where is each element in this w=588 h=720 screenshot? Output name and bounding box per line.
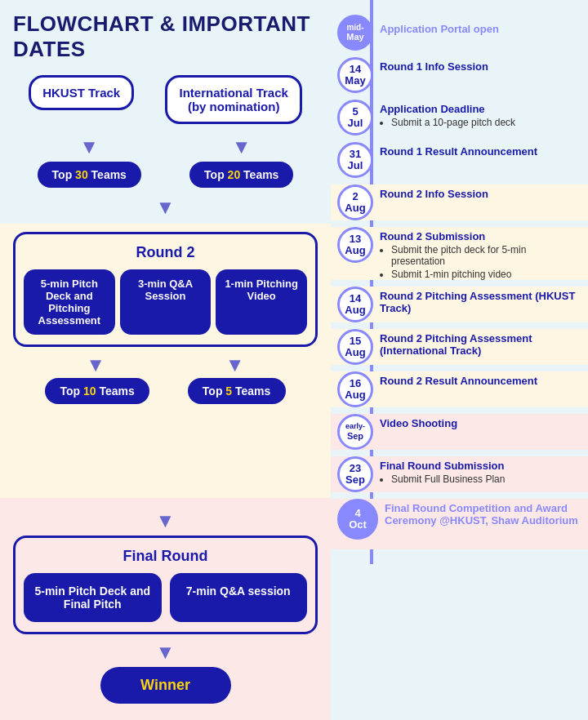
final-item-2: 7-min Q&A session: [170, 573, 308, 622]
timeline-content-5jul: Application Deadline Submit a 10-page pi…: [380, 100, 581, 128]
final-round-event-title: Final Round Competition and Award Ceremo…: [385, 502, 581, 527]
timeline-circle-2aug: 2 Aug: [337, 184, 373, 220]
round2-title: Round 2: [24, 244, 307, 261]
final-merge-arrow: ▼: [13, 506, 318, 536]
timeline-circle-4oct: 4 Oct: [337, 499, 378, 540]
arrow-top10: ▼: [86, 353, 105, 376]
timeline-circle-31jul: 31 Jul: [337, 142, 373, 178]
portal-open-label: Application Portal open: [380, 18, 581, 35]
top30-highlight: 30: [75, 168, 88, 181]
top10-teams-btn: Top 10 Teams: [45, 378, 149, 404]
round2-item-3: 1-min Pitching Video: [216, 269, 307, 335]
timeline-item-early-sep: early- Sep Video Shooting: [331, 414, 588, 450]
top20-highlight: 20: [228, 168, 241, 181]
timeline-container: mid- May Application Portal open 14 May …: [331, 0, 588, 564]
top20-teams-btn: Top 20 Teams: [189, 162, 293, 188]
round1-tracks-area: HKUST Track International Track(by nomin…: [0, 70, 331, 132]
timeline-content-early-sep: Video Shooting: [380, 414, 581, 429]
arrow-top5: ▼: [225, 353, 245, 376]
timeline-circle-5jul: 5 Jul: [337, 100, 373, 136]
round2-items: 5-min Pitch Deck and Pitching Assessment…: [24, 269, 307, 335]
timeline-item-15aug: 15 Aug Round 2 Pitching Assessment (Inte…: [331, 329, 588, 365]
timeline-item-2aug: 2 Aug Round 2 Info Session: [331, 184, 588, 220]
timeline-content-23sep: Final Round Submission Submit Full Busin…: [380, 456, 581, 485]
round2-item-1: 5-min Pitch Deck and Pitching Assessment: [24, 269, 115, 335]
top30-teams-btn: Top 30 Teams: [38, 162, 141, 188]
winner-arrow: ▼: [13, 634, 318, 667]
timeline-item-14may: 14 May Round 1 Info Session: [331, 57, 588, 93]
timeline-content-14may: Round 1 Info Session: [380, 57, 581, 73]
round2-arrows: ▼ ▼: [13, 347, 318, 376]
timeline-circle-14aug: 14 Aug: [337, 287, 373, 322]
top5-teams-btn: Top 5 Teams: [188, 378, 286, 404]
page-title: FLOWCHART & IMPORTANT DATES: [13, 11, 318, 62]
timeline-item-23sep: 23 Sep Final Round Submission Submit Ful…: [331, 456, 588, 492]
timeline-item-31jul: 31 Jul Round 1 Result Announcement: [331, 142, 588, 178]
timeline-content-13aug: Round 2 Submission Submit the pitch deck…: [380, 227, 581, 280]
timeline-circle-15aug: 15 Aug: [337, 329, 373, 365]
title-bar: FLOWCHART & IMPORTANT DATES: [0, 0, 331, 70]
timeline-circle-13aug: 13 Aug: [337, 227, 373, 263]
timeline-circle-14may: 14 May: [337, 57, 373, 93]
final-section: ▼ Final Round 5-min Pitch Deck and Final…: [0, 498, 331, 720]
timeline-item-14aug: 14 Aug Round 2 Pitching Assessment (HKUS…: [331, 287, 588, 322]
arrow-international: ▼: [232, 136, 252, 158]
timeline-circle-23sep: 23 Sep: [337, 456, 373, 492]
timeline-content-15aug: Round 2 Pitching Assessment (Internation…: [380, 329, 581, 357]
timeline-item-mid-may: mid- May Application Portal open: [331, 8, 588, 51]
timeline-item-16aug: 16 Aug Round 2 Result Announcement: [331, 371, 588, 407]
timeline-content-31jul: Round 1 Result Announcement: [380, 142, 581, 158]
right-section: mid- May Application Portal open 14 May …: [331, 0, 588, 720]
timeline-circle-early-sep: early- Sep: [337, 414, 373, 450]
timeline-item-13aug: 13 Aug Round 2 Submission Submit the pit…: [331, 227, 588, 280]
timeline-content-2aug: Round 2 Info Session: [380, 184, 581, 200]
top-teams-row-1: Top 30 Teams Top 20 Teams: [0, 162, 331, 188]
merge-arrow: ▼: [0, 191, 331, 224]
timeline-content-16aug: Round 2 Result Announcement: [380, 371, 581, 387]
round2-item-2: 3-min Q&A Session: [120, 269, 212, 335]
round2-box: Round 2 5-min Pitch Deck and Pitching As…: [13, 232, 318, 347]
final-item-1: 5-min Pitch Deck and Final Pitch: [24, 573, 162, 622]
final-items: 5-min Pitch Deck and Final Pitch 7-min Q…: [24, 573, 307, 622]
timeline-item-4oct: 4 Oct Final Round Competition and Award …: [331, 499, 588, 549]
timeline-circle-16aug: 16 Aug: [337, 371, 373, 407]
main-container: FLOWCHART & IMPORTANT DATES HKUST Track …: [0, 0, 588, 720]
winner-btn: Winner: [100, 667, 231, 704]
arrow-hkust: ▼: [79, 136, 99, 158]
hkust-track-box: HKUST Track: [29, 75, 134, 110]
top10-highlight: 10: [83, 384, 96, 398]
final-round-title: Final Round: [24, 548, 307, 565]
round1-arrows: ▼ ▼: [0, 136, 331, 158]
top5-highlight: 5: [225, 384, 232, 398]
timeline-item-5jul: 5 Jul Application Deadline Submit a 10-p…: [331, 100, 588, 136]
timeline-content-4oct: Final Round Competition and Award Ceremo…: [385, 499, 581, 527]
left-section: FLOWCHART & IMPORTANT DATES HKUST Track …: [0, 0, 331, 720]
timeline-content-mid-may: Application Portal open: [380, 15, 581, 35]
round2-section: Round 2 5-min Pitch Deck and Pitching As…: [0, 224, 331, 498]
timeline-circle-mid-may: mid- May: [337, 15, 373, 51]
international-track-box: International Track(by nomination): [165, 75, 301, 124]
final-box: Final Round 5-min Pitch Deck and Final P…: [13, 536, 318, 634]
round2-teams-row: Top 10 Teams Top 5 Teams: [13, 378, 318, 404]
timeline-content-14aug: Round 2 Pitching Assessment (HKUST Track…: [380, 287, 581, 314]
